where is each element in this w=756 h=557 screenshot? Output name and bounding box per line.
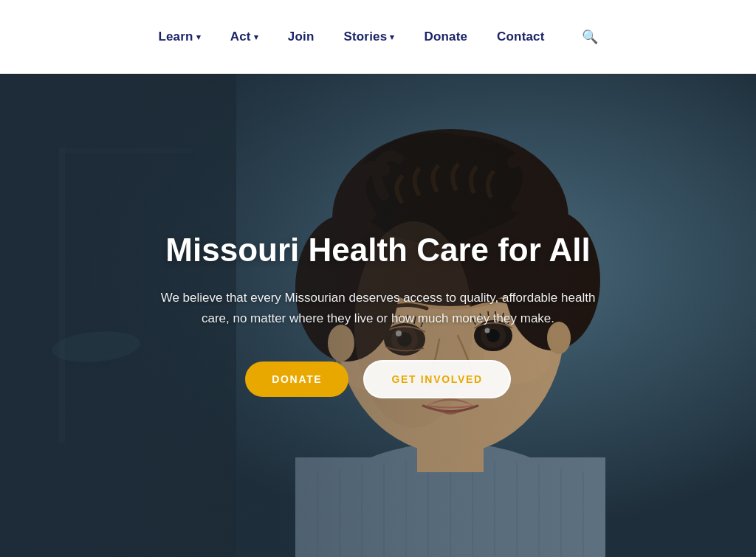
- nav-item-learn[interactable]: Learn ▾: [158, 30, 200, 44]
- nav-label-donate: Donate: [424, 30, 467, 44]
- hero-title: Missouri Health Care for All: [149, 232, 607, 268]
- nav-label-act: Act: [230, 30, 251, 44]
- hero-buttons: DONATE GET INVOLVED: [149, 360, 607, 398]
- hero-section: Missouri Health Care for All We believe …: [0, 74, 756, 557]
- chevron-down-icon: ▾: [196, 32, 201, 42]
- chevron-down-icon: ▾: [254, 32, 258, 42]
- nav-label-contact: Contact: [497, 30, 544, 44]
- chevron-down-icon: ▾: [390, 32, 394, 42]
- site-header: Learn ▾ Act ▾ Join Stories ▾ Donate Cont…: [0, 0, 756, 74]
- nav-label-stories: Stories: [343, 30, 387, 44]
- hero-subtitle: We believe that every Missourian deserve…: [149, 288, 607, 329]
- nav-item-join[interactable]: Join: [288, 30, 315, 44]
- nav-item-act[interactable]: Act ▾: [230, 30, 258, 44]
- nav-item-contact[interactable]: Contact: [497, 30, 544, 44]
- hero-content: Missouri Health Care for All We believe …: [120, 232, 636, 398]
- get-involved-button[interactable]: GET INVOLVED: [363, 360, 510, 398]
- search-icon[interactable]: 🔍: [582, 29, 598, 45]
- nav-label-learn: Learn: [158, 30, 193, 44]
- nav-item-stories[interactable]: Stories ▾: [343, 30, 394, 44]
- main-nav: Learn ▾ Act ▾ Join Stories ▾ Donate Cont…: [158, 29, 597, 45]
- nav-label-join: Join: [288, 30, 315, 44]
- nav-item-donate[interactable]: Donate: [424, 30, 467, 44]
- donate-button[interactable]: DONATE: [245, 361, 348, 397]
